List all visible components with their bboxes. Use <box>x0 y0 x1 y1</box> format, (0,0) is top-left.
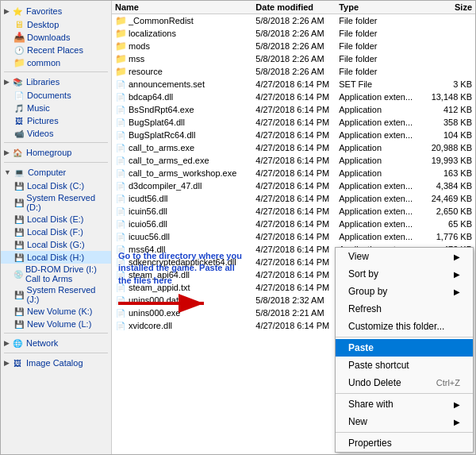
context-menu-item[interactable]: New▶ <box>336 413 473 430</box>
sidebar-item-music[interactable]: 🎵 Music <box>1 102 111 114</box>
context-menu-item[interactable]: Paste <box>336 339 473 357</box>
sidebar-item-h[interactable]: 💾 Local Disk (H:) <box>1 251 111 264</box>
file-date: 4/27/2018 6:14 PM <box>255 206 339 216</box>
context-menu-item[interactable]: Group by▶ <box>336 283 473 300</box>
table-row[interactable]: 📄 icuin56.dll 4/27/2018 6:14 PM Applicat… <box>112 205 475 218</box>
file-icon: 📄 <box>115 142 126 153</box>
context-menu-item-label: Paste shortcut <box>348 360 409 371</box>
table-row[interactable]: 📄 call_to_arms_ed.exe 4/27/2018 6:14 PM … <box>112 154 475 167</box>
sidebar-item-k[interactable]: 💾 New Volume (K:) <box>1 305 111 318</box>
context-menu-item[interactable]: Properties <box>336 434 473 452</box>
file-icon: 📄 <box>115 244 126 255</box>
homegroup-arrow: ▶ <box>4 148 10 156</box>
file-date: 5/8/2018 2:26 AM <box>255 29 339 38</box>
table-row[interactable]: 📄 icudt56.dll 4/27/2018 6:14 PM Applicat… <box>112 192 475 205</box>
file-date: 4/27/2018 6:14 PM <box>255 245 339 254</box>
table-row[interactable]: 📁 localizations 5/8/2018 2:26 AM File fo… <box>112 27 475 40</box>
file-name-cell: 📄 BugSplatRc64.dll <box>112 129 255 141</box>
file-name-cell: 📄 BsSndRpt64.exe <box>112 104 255 115</box>
table-row[interactable]: 📁 mss 5/8/2018 2:26 AM File folder <box>112 52 475 65</box>
file-size: 19,993 KB <box>422 156 475 165</box>
sidebar-item-c[interactable]: 💾 Local Disk (C:) <box>1 179 111 192</box>
downloads-icon: 📥 <box>13 32 25 43</box>
table-row[interactable]: 📁 mods 5/8/2018 2:26 AM File folder <box>112 40 475 52</box>
col-header-type[interactable]: Type <box>339 2 422 12</box>
file-icon: 📄 <box>115 218 126 229</box>
file-size: 20,988 KB <box>422 143 475 152</box>
sidebar-item-g[interactable]: 💾 Local Disk (G:) <box>1 238 111 251</box>
context-menu-separator <box>336 337 473 337</box>
sidebar-item-pictures[interactable]: 🖼 Pictures <box>1 114 111 127</box>
table-row[interactable]: 📄 d3dcompiler_47.dll 4/27/2018 6:14 PM A… <box>112 179 475 192</box>
context-menu-item[interactable]: Share with▶ <box>336 395 473 413</box>
file-name-cell: 📄 icuin56.dll <box>112 206 255 217</box>
table-row[interactable]: 📄 BugSplatRc64.dll 4/27/2018 6:14 PM App… <box>112 129 475 141</box>
sidebar-item-d[interactable]: 💾 System Reserved (D:) <box>1 192 111 213</box>
sidebar-item-l[interactable]: 💾 New Volume (L:) <box>1 318 111 330</box>
table-row[interactable]: 📁 resource 5/8/2018 2:26 AM File folder <box>112 65 475 78</box>
sidebar-item-recent-places[interactable]: 🕐 Recent Places <box>1 44 111 56</box>
table-row[interactable]: 📄 BsSndRpt64.exe 4/27/2018 6:14 PM Appli… <box>112 103 475 116</box>
col-header-size[interactable]: Size <box>422 2 475 12</box>
context-menu-item[interactable]: Customize this folder... <box>336 318 473 335</box>
network-header[interactable]: ▶ 🌐 Network <box>1 336 111 350</box>
table-row[interactable]: 📄 icuuc56.dll 4/27/2018 6:14 PM Applicat… <box>112 230 475 243</box>
folder-icon: 📁 <box>115 66 126 77</box>
file-list-header: Name Date modified Type Size <box>112 1 475 14</box>
sidebar-item-downloads[interactable]: 📥 Downloads <box>1 31 111 44</box>
disk-d-label: System Reserved (D:) <box>26 193 108 212</box>
file-name-cell: 📁 mss <box>112 53 255 64</box>
col-header-name[interactable]: Name <box>112 2 255 12</box>
table-row[interactable]: 📄 call_to_arms.exe 4/27/2018 6:14 PM App… <box>112 141 475 154</box>
disk-i-icon: 💿 <box>13 268 23 280</box>
sidebar-item-f[interactable]: 💾 Local Disk (F:) <box>1 226 111 238</box>
context-menu-item[interactable]: Paste shortcut <box>336 357 473 374</box>
documents-icon: 📄 <box>13 90 25 101</box>
computer-header[interactable]: ▼ 💻 Computer <box>1 165 111 179</box>
file-type: File folder <box>339 29 422 38</box>
file-icon: 📄 <box>115 180 126 191</box>
sidebar-item-common[interactable]: 📁 common <box>1 56 111 69</box>
table-row[interactable]: 📄 call_to_arms_workshop.exe 4/27/2018 6:… <box>112 167 475 179</box>
table-row[interactable]: 📄 bdcap64.dll 4/27/2018 6:14 PM Applicat… <box>112 91 475 103</box>
sidebar-item-desktop[interactable]: 🖥 Desktop <box>1 18 111 31</box>
file-name-cell: 📄 announcements.set <box>112 79 255 90</box>
context-menu-item[interactable]: View▶ <box>336 248 473 265</box>
sidebar-item-j[interactable]: 💾 System Reserved (J:) <box>1 284 111 305</box>
table-row[interactable]: 📄 announcements.set 4/27/2018 6:14 PM SE… <box>112 78 475 91</box>
file-name-cell: 📄 unins000.dat <box>112 295 255 306</box>
file-date: 4/27/2018 6:14 PM <box>255 219 339 229</box>
file-name: unins000.exe <box>129 308 180 318</box>
file-date: 4/27/2018 6:14 PM <box>255 92 339 102</box>
sidebar-item-videos[interactable]: 📹 Videos <box>1 127 111 140</box>
homegroup-section: ▶ 🏠 Homegroup <box>1 145 111 160</box>
context-menu-item-label: Properties <box>348 438 392 449</box>
file-date: 5/8/2018 2:26 AM <box>255 41 339 51</box>
col-name-label: Name <box>115 2 139 12</box>
common-icon: 📁 <box>13 57 25 68</box>
disk-c-label: Local Disk (C:) <box>27 181 84 191</box>
sidebar-item-i[interactable]: 💿 BD-ROM Drive (I:) Call to Arms <box>1 264 111 284</box>
col-header-date[interactable]: Date modified <box>255 2 339 12</box>
table-row[interactable]: 📄 icuio56.dll 4/27/2018 6:14 PM Applicat… <box>112 218 475 230</box>
sidebar-item-e[interactable]: 💾 Local Disk (E:) <box>1 213 111 226</box>
recent-label: Recent Places <box>27 45 83 55</box>
table-row[interactable]: 📄 BugSplat64.dll 4/27/2018 6:14 PM Appli… <box>112 116 475 129</box>
context-menu-item[interactable]: Refresh <box>336 300 473 318</box>
favorites-header[interactable]: ▶ ⭐ Favorites <box>1 4 111 18</box>
disk-f-icon: 💾 <box>13 226 25 237</box>
file-name-cell: 📄 unins000.exe <box>112 307 255 318</box>
context-menu-item[interactable]: Undo DeleteCtrl+Z <box>336 374 473 391</box>
sidebar-item-documents[interactable]: 📄 Documents <box>1 89 111 102</box>
homegroup-header[interactable]: ▶ 🏠 Homegroup <box>1 145 111 160</box>
libraries-arrow: ▶ <box>4 78 10 86</box>
context-menu-item[interactable]: Sort by▶ <box>336 265 473 283</box>
disk-i-label: BD-ROM Drive (I:) Call to Arms <box>25 264 108 283</box>
folder-icon: 📁 <box>115 40 126 52</box>
image-catalog-header[interactable]: ▶ 🖼 Image Catalog <box>1 356 111 370</box>
table-row[interactable]: 📁 _CommonRedist 5/8/2018 2:26 AM File fo… <box>112 14 475 27</box>
file-date: 4/27/2018 6:14 PM <box>255 168 339 178</box>
file-name-cell: 📄 bdcap64.dll <box>112 91 255 102</box>
network-icon: 🌐 <box>12 337 23 349</box>
libraries-header[interactable]: ▶ 📚 Libraries <box>1 75 111 89</box>
